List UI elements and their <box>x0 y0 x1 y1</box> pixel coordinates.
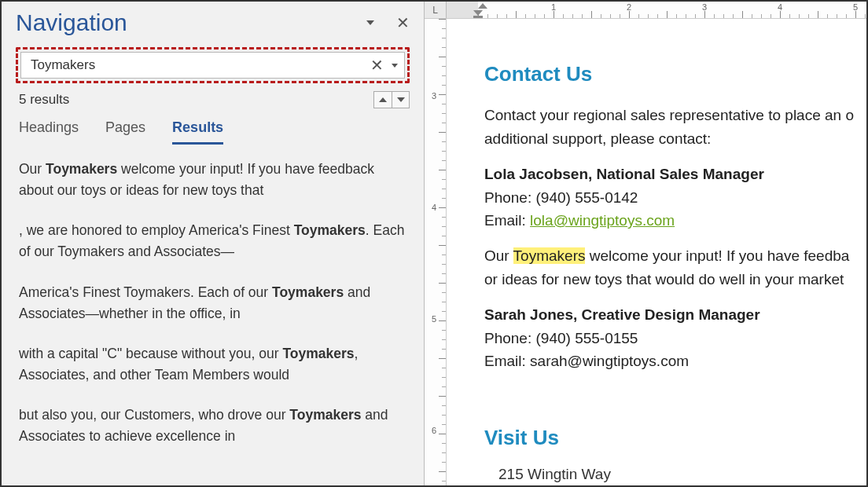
vertical-ruler[interactable]: 3 4 5 6 <box>425 19 447 485</box>
result-match: Toymakers <box>46 161 117 177</box>
search-highlight-box: ✕ <box>16 47 410 83</box>
indent-marker-icon[interactable] <box>478 3 487 9</box>
clear-search-button[interactable]: ✕ <box>364 56 390 75</box>
contact-phone: Phone: (940) 555-0155 <box>484 330 638 346</box>
results-count: 5 results <box>19 92 373 108</box>
contact-email: Email: sarah@wingtiptoys.com <box>484 353 689 369</box>
result-text: America's Finest Toymakers. Each of our <box>19 284 272 300</box>
result-match: Toymakers <box>294 222 366 238</box>
search-options-caret-icon[interactable] <box>392 64 398 68</box>
result-text: but also you, our Customers, who drove o… <box>19 407 289 423</box>
address-line-cut: 215 Wingtin Way <box>498 463 866 485</box>
search-highlight: Toymakers <box>513 247 586 264</box>
results-list: Our Toymakers welcome your input! If you… <box>2 145 424 485</box>
text: additional support, please contact: <box>484 130 711 147</box>
tab-pages[interactable]: Pages <box>105 119 145 145</box>
email-link[interactable]: lola@wingtiptoys.com <box>530 212 675 229</box>
contact-block: Sarah Jones, Creative Design Manager Pho… <box>484 303 866 372</box>
contact-phone: Phone: (940) 555-0142 <box>484 189 638 206</box>
result-nav-arrows <box>373 91 410 108</box>
search-input[interactable] <box>29 57 364 74</box>
nav-title: Navigation <box>16 9 366 36</box>
next-result-button[interactable] <box>392 92 409 108</box>
paragraph: Our Toymakers welcome your input! If you… <box>484 244 866 291</box>
text: Contact your regional sales representati… <box>484 107 854 123</box>
ruler-number: 3 <box>432 91 436 101</box>
close-pane-button[interactable]: ✕ <box>396 15 410 31</box>
text: Our <box>484 247 513 264</box>
heading-visit-us: Visit Us <box>484 422 866 453</box>
ruler-number: 5 <box>432 314 436 324</box>
result-item[interactable]: with a capital "C" because without you, … <box>19 343 406 386</box>
results-summary-row: 5 results <box>2 88 424 112</box>
tab-headings[interactable]: Headings <box>19 119 79 145</box>
result-match: Toymakers <box>282 346 354 361</box>
contact-name: Lola Jacobsen, National Sales Manager <box>484 166 764 182</box>
nav-header: Navigation ✕ <box>2 8 424 41</box>
contact-block: Lola Jacobsen, National Sales Manager Ph… <box>484 163 866 232</box>
paragraph: Contact your regional sales representati… <box>484 104 866 150</box>
result-text: Our <box>19 161 46 177</box>
search-box[interactable]: ✕ <box>20 52 405 79</box>
horizontal-ruler[interactable]: 1 2 3 4 5 <box>447 2 866 19</box>
tab-results[interactable]: Results <box>172 119 223 145</box>
result-item[interactable]: , we are honored to employ America's Fin… <box>19 220 406 262</box>
text: welcome your input! If you have feedba <box>585 247 849 264</box>
prev-result-button[interactable] <box>374 92 392 108</box>
pane-menu-caret-icon[interactable] <box>366 20 374 25</box>
document-page[interactable]: Contact Us Contact your regional sales r… <box>447 19 866 485</box>
contact-name: Sarah Jones, Creative Design Manager <box>484 306 760 323</box>
ruler-number: 6 <box>432 426 436 435</box>
result-item[interactable]: Our Toymakers welcome your input! If you… <box>19 159 406 201</box>
chevron-up-icon <box>379 97 387 102</box>
text: or ideas for new toys that would do well… <box>484 271 844 287</box>
result-match: Toymakers <box>272 284 344 300</box>
nav-tabs: Headings Pages Results <box>2 112 424 145</box>
document-area: L 1 2 3 4 5 3 4 5 6 Contact Us Contact y… <box>425 2 866 485</box>
result-text: , we are honored to employ America's Fin… <box>19 222 294 238</box>
result-item[interactable]: but also you, our Customers, who drove o… <box>19 405 406 447</box>
chevron-down-icon <box>397 97 405 102</box>
heading-contact-us: Contact Us <box>484 58 866 90</box>
navigation-pane: Navigation ✕ ✕ 5 results Headings Pages <box>2 2 425 485</box>
result-item[interactable]: America's Finest Toymakers. Each of our … <box>19 282 406 324</box>
email-label: Email: <box>484 212 530 229</box>
ruler-number: 4 <box>432 203 436 212</box>
ruler-corner-tab-icon[interactable]: L <box>425 2 447 19</box>
result-match: Toymakers <box>289 407 361 423</box>
result-text: with a capital "C" because without you, … <box>19 346 282 361</box>
